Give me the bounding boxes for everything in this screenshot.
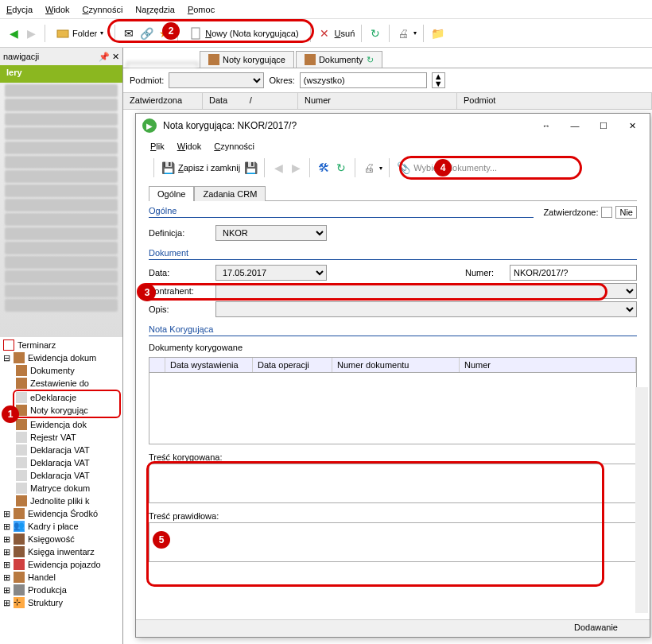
menu-pomoc[interactable]: Pomoc [188, 5, 215, 14]
tab-noty-korygujace[interactable]: Noty korygujące [200, 51, 294, 68]
wybierz-dokumenty-button[interactable]: Wybierz dokumenty... [413, 163, 497, 173]
zatwierdzone-checkbox[interactable] [601, 207, 612, 218]
tab-zadania-crm[interactable]: Zadania CRM [194, 186, 266, 201]
gcol-data-operacji[interactable]: Data operacji [253, 358, 332, 372]
nav-rejestr-vat[interactable]: Rejestr VAT [2, 431, 121, 444]
svg-rect-1 [192, 28, 200, 39]
podmiot-select[interactable] [169, 72, 264, 88]
nav-ewidencja-srodkow[interactable]: ⊞ Ewidencja Środkó [2, 507, 121, 520]
folder-dropdown[interactable]: Folder ▾ [52, 25, 108, 41]
opis-select[interactable] [215, 301, 637, 317]
gcol-numer[interactable]: Numer [460, 358, 636, 372]
scrollbar-vertical[interactable] [635, 387, 648, 613]
print2-icon[interactable]: 🖨 [362, 161, 376, 175]
refresh-icon[interactable]: ↻ [368, 26, 382, 41]
menu-edycja[interactable]: EEdycjadycja [6, 5, 33, 14]
data-select[interactable]: 17.05.2017 [215, 265, 327, 281]
nav-zestawienie[interactable]: Zestawienie do [2, 377, 121, 390]
content-tabs: Noty korygujące Dokumenty ↻ [123, 48, 652, 68]
section-ogolne: Ogólne [149, 201, 534, 218]
refresh2-icon[interactable]: ↻ [334, 161, 348, 175]
save2-icon[interactable]: 💾 [243, 161, 258, 175]
nav-produkcja[interactable]: ⊞ Produkcja [2, 584, 121, 596]
nav-ksiega-inwentarz[interactable]: ⊞ Księga inwentarz [2, 545, 121, 558]
nav-deklaracja-vat-2[interactable]: Deklaracja VAT [2, 456, 121, 469]
gcol-numer-dokumentu[interactable]: Numer dokumentu [332, 358, 460, 372]
forward-icon[interactable]: ▶ [24, 26, 38, 41]
save-icon[interactable]: 💾 [161, 161, 175, 175]
tab-dokumenty[interactable]: Dokumenty ↻ [296, 51, 382, 68]
podmiot-label: Podmiot: [130, 76, 164, 85]
dialog-status-bar: Dodawanie [136, 619, 650, 637]
green-folder-icon[interactable]: 📁 [430, 26, 444, 41]
tresc-prawidlowa-input[interactable] [149, 522, 637, 562]
attach-icon[interactable]: 📎 [396, 161, 410, 175]
close-button[interactable]: ✕ [621, 118, 643, 134]
numer-input[interactable] [510, 265, 637, 281]
nav-ewidencja-pojazdow[interactable]: ⊞ Ewidencja pojazdo [2, 558, 121, 571]
tools-icon[interactable]: 🛠 [316, 161, 331, 175]
mail-icon[interactable]: ✉ [122, 26, 136, 41]
dlg-menu-widok[interactable]: Widok [177, 142, 202, 151]
nav-edeklaracje[interactable]: eDeklaracje [14, 391, 119, 404]
delete-icon[interactable]: ✕ [317, 26, 332, 41]
nav-next-icon[interactable]: ▶ [289, 161, 303, 175]
dokumenty-grid[interactable]: Data wystawienia Data operacji Numer dok… [149, 357, 637, 444]
link-icon[interactable]: 🔗 [139, 26, 153, 41]
nav-jednolite[interactable]: Jednolite pliki k [2, 495, 121, 507]
nav-noty-korygujace[interactable]: Noty korygując [14, 404, 119, 417]
menubar: EEdycjadycja Widok Czynności Narzędzia P… [0, 0, 652, 19]
gcol-blank[interactable] [149, 358, 165, 372]
definicja-select[interactable]: NKOR [215, 225, 327, 241]
dialog-toolbar: 💾 Zapisz i zamknij 💾 ◀ ▶ 🛠 ↻ 🖨▾ 📎 Wybier… [136, 155, 650, 180]
menu-widok[interactable]: Widok [45, 5, 70, 14]
col-podmiot[interactable]: Podmiot [457, 93, 652, 109]
dlg-menu-plik[interactable]: Plik [150, 142, 165, 151]
gcol-data-wystawienia[interactable]: Data wystawienia [165, 358, 253, 372]
nav-terminarz[interactable]: Terminarz [2, 339, 121, 351]
back-icon[interactable]: ◀ [6, 26, 21, 41]
spinner-icon[interactable]: ▲▼ [432, 72, 445, 88]
col-data[interactable]: Data / [203, 93, 298, 109]
okres-input[interactable] [300, 72, 427, 88]
menu-narzedzia[interactable]: Narzędzia [135, 5, 175, 14]
close-icon[interactable]: ✕ [112, 52, 119, 61]
zapisz-zamknij-button[interactable]: Zapisz i zamknij [178, 163, 240, 173]
minimize-button[interactable]: — [564, 118, 586, 134]
nav-dokumenty[interactable]: Dokumenty [2, 364, 121, 377]
refresh-icon[interactable]: ↻ [367, 55, 374, 65]
nav-handel[interactable]: ⊞ Handel [2, 571, 121, 584]
box-icon [16, 495, 27, 506]
badge-2: 2 [162, 22, 180, 40]
nav-ewidencja-dok[interactable]: Ewidencja dok [2, 418, 121, 431]
usun-label[interactable]: Usuń [335, 29, 355, 38]
zatwierdzone-value: Nie [615, 206, 637, 219]
nav-deklaracja-vat-1[interactable]: Deklaracja VAT [2, 444, 121, 456]
folder-icon [56, 27, 69, 40]
badge-1: 1 [2, 405, 19, 423]
nav-ksiegowosc[interactable]: ⊞ Księgowość [2, 533, 121, 545]
kontrahent-select[interactable] [215, 283, 637, 299]
data-label: Data: [149, 268, 211, 277]
tab-ogolne[interactable]: Ogólne [149, 186, 194, 201]
nowy-button[interactable]: Nowy (Nota korygująca) [184, 25, 303, 41]
nav-kadry[interactable]: ⊞ 👥Kadry i płace [2, 520, 121, 533]
dlg-menu-czynnosci[interactable]: Czynności [214, 142, 254, 151]
nav-matryce[interactable]: Matryce dokum [2, 482, 121, 495]
tab-blurred[interactable] [126, 62, 198, 68]
menu-czynnosci[interactable]: Czynności [83, 5, 123, 14]
col-numer[interactable]: Numer [298, 93, 457, 109]
dialog-tabs: Ogólne Zadania CRM [149, 185, 637, 201]
col-zatwierdzona[interactable]: Zatwierdzona [123, 93, 203, 109]
print-icon[interactable]: 🖨 [396, 26, 410, 41]
maximize-button[interactable]: ☐ [592, 118, 615, 134]
nav-prev-icon[interactable]: ◀ [271, 161, 285, 175]
badge-4: 4 [434, 159, 452, 177]
resize-icon[interactable]: ↔ [535, 118, 557, 134]
nav-ewidencja-dokum[interactable]: ⊟ Ewidencja dokum [2, 351, 121, 364]
box-icon [16, 378, 27, 389]
nav-struktury[interactable]: ⊞ ⊹Struktury [2, 596, 121, 609]
pin-icon[interactable]: 📌 [99, 52, 110, 61]
tresc-korygowana-input[interactable] [149, 464, 637, 503]
nav-deklaracja-vat-3[interactable]: Deklaracja VAT [2, 469, 121, 482]
